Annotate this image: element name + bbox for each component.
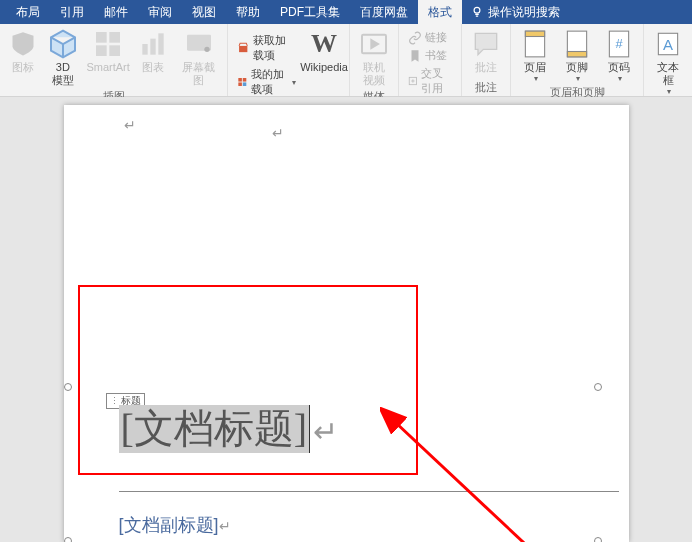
tab-layout[interactable]: 布局 [6,0,50,24]
tell-me-label: 操作说明搜索 [488,4,560,21]
chevron-down-icon: ▾ [576,74,580,83]
ribbon-group-addins: 获取加载项 我的加载项 ▾ W Wikipedia 加载项 [228,24,350,96]
footer-button[interactable]: 页脚 ▾ [557,26,597,85]
chevron-down-icon: ▾ [534,74,538,83]
online-video-button[interactable]: 联机视频 [354,26,394,89]
chevron-down-icon: ▾ [618,74,622,83]
ribbon-group-text: A 文本框 ▾ [644,24,692,96]
paragraph-mark: ↵ [272,125,284,141]
3d-models-button[interactable]: 3D 模型 [44,26,82,89]
svg-rect-2 [109,32,120,43]
wikipedia-icon: W [308,28,340,60]
pagenum-icon: # [603,28,635,60]
ribbon-group-comments: 批注 批注 [462,24,511,96]
chevron-down-icon: ▾ [667,87,671,96]
chart-icon [137,28,169,60]
textbox-button[interactable]: A 文本框 ▾ [648,26,688,98]
svg-rect-1 [96,32,107,43]
page-number-button[interactable]: # 页码 ▾ [599,26,639,85]
svg-rect-18 [525,31,544,36]
paragraph-mark: ↵ [313,415,338,448]
smartart-icon [92,28,124,60]
selection-handle[interactable] [64,383,72,391]
svg-point-9 [204,47,209,52]
selection-handle[interactable] [594,383,602,391]
svg-rect-20 [567,52,586,57]
ribbon-tab-bar: 布局 引用 邮件 审阅 视图 帮助 PDF工具集 百度网盘 格式 操作说明搜索 [0,0,692,24]
group-label-comments: 批注 [466,80,506,96]
header-icon [519,28,551,60]
icons-button[interactable]: 图标 [4,26,42,76]
get-addins-button[interactable]: 获取加载项 [234,32,298,64]
screenshot-icon [183,28,215,60]
tab-pdf-tools[interactable]: PDF工具集 [270,0,350,24]
my-addins-button[interactable]: 我的加载项 ▾ [234,66,298,98]
svg-rect-10 [239,46,247,52]
cube-icon [47,28,79,60]
comment-button[interactable]: 批注 [466,26,506,76]
bookmark-button[interactable]: 书签 [405,47,455,64]
textbox-icon: A [652,28,684,60]
selection-handle[interactable] [64,537,72,542]
store-icon [237,40,249,56]
ribbon: 图标 3D 模型 SmartArt 图表 [0,24,692,97]
tab-mailings[interactable]: 邮件 [94,0,138,24]
tab-review[interactable]: 审阅 [138,0,182,24]
tab-view[interactable]: 视图 [182,0,226,24]
svg-rect-13 [239,82,243,86]
svg-rect-7 [159,33,164,54]
svg-rect-4 [109,45,120,56]
link-icon [408,31,422,45]
tell-me-search[interactable]: 操作说明搜索 [470,4,560,21]
tab-help[interactable]: 帮助 [226,0,270,24]
document-area[interactable]: ↵ ↵ 标题 [文档标题]↵ [文档副标题]↵ [0,97,692,542]
screenshot-button[interactable]: 屏幕截图 [174,26,223,89]
lightbulb-icon [470,5,484,19]
svg-rect-14 [243,82,247,86]
ribbon-group-header-footer: 页眉 ▾ 页脚 ▾ # 页码 ▾ 页眉和页脚 [511,24,644,96]
subtitle-content-control[interactable]: [文档副标题]↵ [119,513,231,537]
tab-format[interactable]: 格式 [418,0,462,24]
chart-button[interactable]: 图表 [134,26,172,76]
header-button[interactable]: 页眉 ▾ [515,26,555,85]
tab-baidu-netdisk[interactable]: 百度网盘 [350,0,418,24]
cross-reference-button[interactable]: 交叉引用 [405,65,455,97]
ribbon-group-media: 联机视频 媒体 [350,24,399,96]
horizontal-rule [119,491,619,492]
svg-rect-3 [96,45,107,56]
wikipedia-button[interactable]: W Wikipedia [303,26,346,76]
ribbon-group-illustrations: 图标 3D 模型 SmartArt 图表 [0,24,228,96]
smartart-button[interactable]: SmartArt [84,26,133,76]
svg-rect-11 [239,78,243,82]
tab-references[interactable]: 引用 [50,0,94,24]
svg-rect-6 [151,39,156,55]
title-placeholder-text[interactable]: [文档标题] [119,405,311,453]
paragraph-mark: ↵ [219,518,231,534]
icons-icon [7,28,39,60]
svg-rect-12 [243,78,247,82]
selection-handle[interactable] [594,537,602,542]
addins-icon [237,74,248,90]
document-page[interactable]: ↵ ↵ 标题 [文档标题]↵ [文档副标题]↵ [64,105,629,542]
comment-icon [470,28,502,60]
ribbon-group-links: 链接 书签 交叉引用 链接 [399,24,462,96]
subtitle-placeholder-text[interactable]: [文档副标题] [119,515,219,535]
svg-text:#: # [615,36,623,51]
chevron-down-icon: ▾ [292,78,296,87]
crossref-icon [408,74,418,88]
svg-rect-5 [143,44,148,55]
svg-text:A: A [663,36,673,53]
paragraph-mark: ↵ [124,117,136,133]
link-button[interactable]: 链接 [405,29,455,46]
footer-icon [561,28,593,60]
bookmark-icon [408,49,422,63]
title-content-control[interactable]: [文档标题]↵ [119,405,339,453]
video-icon [358,28,390,60]
svg-point-0 [474,7,480,13]
